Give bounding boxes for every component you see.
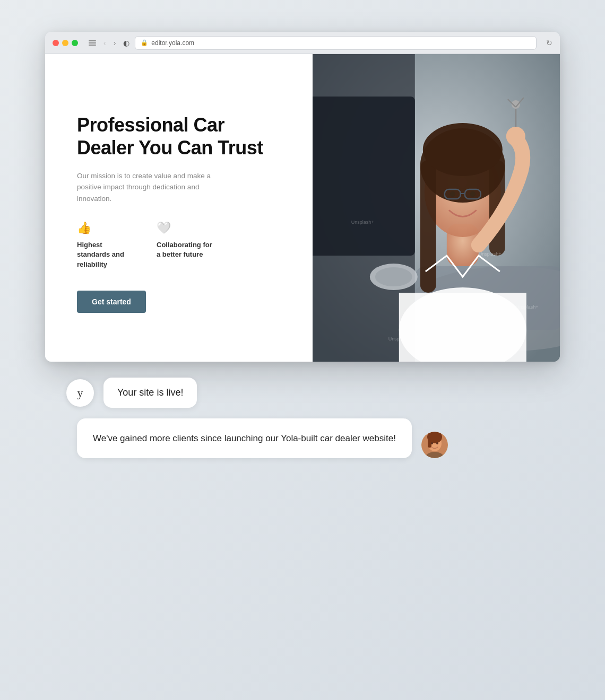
lock-icon: 🔒 [141,39,148,46]
hero-left: Professional Car Dealer You Can Trust Ou… [45,54,313,362]
svg-point-16 [450,191,455,197]
hero-description: Our mission is to create value and make … [77,170,226,205]
reload-button[interactable]: ↻ [546,39,552,47]
user-bubble: We've gained more clients since launchin… [77,418,412,458]
back-arrow-icon[interactable]: ‹ [101,38,108,48]
svg-point-12 [423,123,503,176]
url-bar[interactable]: 🔒 editor.yola.com [135,36,537,50]
maximize-button[interactable] [72,40,78,46]
chat-section: y Your site is live! We've gained more c… [45,362,469,474]
svg-point-36 [436,442,438,444]
feature-item-1: 👍 Highest standards and reliability [77,221,135,269]
thumbs-up-icon: 👍 [77,221,135,235]
yola-message-row: y Your site is live! [66,378,448,408]
feature-label-1: Highest standards and reliability [77,240,135,269]
feature-item-2: 🤍 Collaborating for a better future [157,221,215,269]
hero-image: Unsplash+ Unsplash+ Unsplash+ Unsplash+ [313,54,560,362]
user-message-row: We've gained more clients since launchin… [66,418,448,458]
close-button[interactable] [53,40,59,46]
browser-window: ‹ › ◐ 🔒 editor.yola.com ↻ Professional C… [45,32,560,362]
svg-text:Unsplash+: Unsplash+ [479,251,502,257]
hero-title: Professional Car Dealer You Can Trust [77,113,286,159]
forward-arrow-icon[interactable]: › [111,38,118,48]
browser-content: Professional Car Dealer You Can Trust Ou… [45,54,560,362]
svg-text:Unsplash+: Unsplash+ [388,336,411,342]
svg-text:Unsplash+: Unsplash+ [351,220,374,225]
feature-label-2: Collaborating for a better future [157,240,215,259]
svg-text:Unsplash+: Unsplash+ [516,304,539,310]
yola-bubble: Your site is live! [103,378,197,408]
features-row: 👍 Highest standards and reliability 🤍 Co… [77,221,286,269]
svg-rect-6 [399,293,526,362]
svg-rect-33 [428,437,431,448]
yola-logo-letter: y [77,386,83,400]
user-message-text: We've gained more clients since launchin… [93,433,396,443]
nav-arrows: ‹ › [101,38,118,48]
get-started-button[interactable]: Get started [77,291,146,313]
traffic-lights [53,40,78,46]
svg-point-18 [506,127,525,146]
minimize-button[interactable] [62,40,68,46]
url-text: editor.yola.com [151,39,194,47]
brightness-icon: ◐ [123,39,129,47]
yola-avatar: y [66,379,94,407]
svg-point-24 [375,267,412,286]
svg-rect-4 [313,97,415,256]
svg-point-17 [470,191,476,197]
svg-point-35 [431,442,433,444]
svg-rect-10 [420,160,436,293]
system-message-text: Your site is live! [117,387,183,398]
heart-icon: 🤍 [157,221,215,235]
sidebar-toggle-icon[interactable] [89,40,96,46]
browser-toolbar: ‹ › ◐ 🔒 editor.yola.com ↻ [45,32,560,54]
outer-container: ‹ › ◐ 🔒 editor.yola.com ↻ Professional C… [45,32,560,668]
car-image-placeholder: Unsplash+ Unsplash+ Unsplash+ Unsplash+ [313,54,560,362]
user-avatar [421,432,448,458]
